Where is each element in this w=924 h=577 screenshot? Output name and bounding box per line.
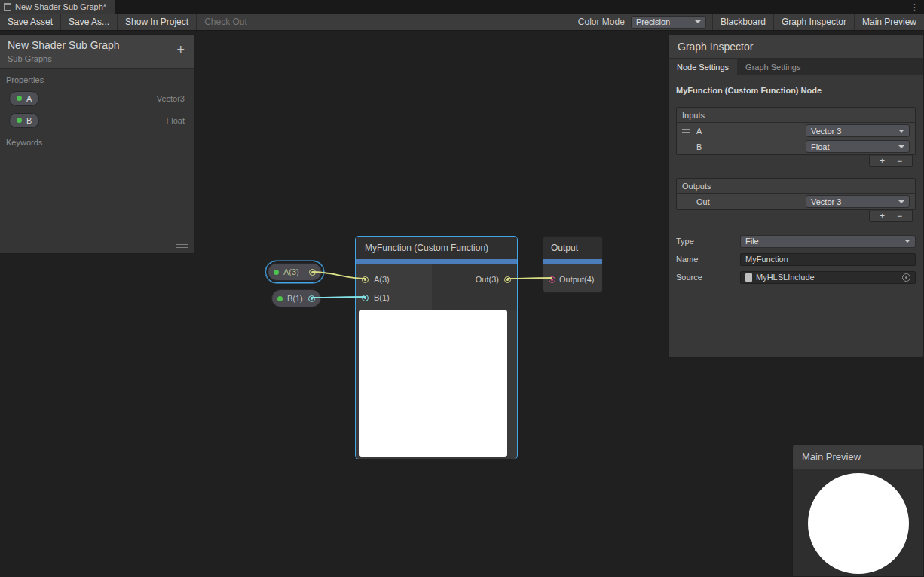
input-name: B (696, 142, 702, 151)
output-node[interactable]: Output Output(4) (543, 236, 603, 293)
property-node-a-pill[interactable]: A(3) (268, 263, 322, 281)
add-output-button[interactable]: + (880, 211, 885, 221)
output-type-dropdown[interactable]: Vector 3 (806, 195, 910, 208)
output-ports-column: Out(3) (432, 264, 517, 310)
output-type-value: Vector 3 (811, 197, 841, 206)
output-node-port-row: Output(4) (543, 270, 602, 288)
graph-tab[interactable]: New Shader Sub Graph* (0, 0, 115, 14)
input-a-type-value: Vector 3 (811, 127, 841, 136)
save-asset-button[interactable]: Save Asset (0, 14, 61, 30)
property-color-dot-icon (277, 296, 283, 301)
port-dot-icon (364, 297, 366, 299)
blackboard-toggle-button[interactable]: Blackboard (712, 14, 773, 30)
property-node-b[interactable]: B(1) (269, 287, 323, 310)
type-field-row: Type File (676, 234, 916, 248)
myfunction-node-ports: A(3) B(1) Out(3) (356, 264, 517, 310)
inputs-list: Inputs A Vector 3 B Float (676, 107, 916, 167)
remove-output-button[interactable]: − (897, 211, 902, 221)
precision-dropdown[interactable]: Precision (631, 16, 706, 29)
input-port-row-a: A(3) (356, 270, 432, 288)
port-dot-icon (311, 298, 313, 300)
tab-node-settings[interactable]: Node Settings (669, 59, 737, 75)
property-type-label: Float (167, 116, 185, 125)
graph-tab-label: New Shader Sub Graph* (15, 2, 106, 11)
output-node-input-port[interactable] (549, 276, 555, 283)
blackboard-title: New Shader Sub Graph (8, 39, 186, 51)
name-field-row: Name MyFunction (676, 252, 916, 266)
input-port-b[interactable] (362, 295, 369, 301)
type-dropdown[interactable]: File (740, 235, 916, 248)
input-b-type-value: Float (811, 142, 829, 151)
main-preview-body[interactable] (793, 469, 923, 577)
dropdown-arrow-icon (695, 20, 701, 23)
type-label: Type (676, 237, 740, 246)
graph-inspector-tabs: Node Settings Graph Settings (669, 59, 923, 75)
blackboard-resize-handle-icon[interactable] (176, 244, 188, 248)
drag-handle-icon[interactable] (682, 129, 690, 133)
output-node-title: Output (543, 237, 602, 259)
outputs-row-out: Out Vector 3 (677, 194, 915, 209)
hlsl-file-icon (745, 273, 752, 282)
node-accent-strip (543, 259, 602, 264)
property-color-dot-icon (17, 118, 22, 123)
source-field-row: Source MyHLSLInclude (676, 270, 916, 284)
drag-handle-icon[interactable] (682, 200, 690, 203)
precision-value: Precision (636, 17, 670, 26)
input-port-row-b: B(1) (356, 288, 432, 307)
add-input-button[interactable]: + (880, 156, 885, 166)
main-preview-title: Main Preview (793, 445, 923, 469)
add-property-button[interactable]: + (176, 43, 185, 56)
object-picker-icon[interactable] (902, 273, 910, 282)
property-pill-a[interactable]: A (9, 91, 39, 106)
input-b-type-dropdown[interactable]: Float (806, 140, 910, 153)
port-dot-icon (506, 279, 509, 281)
name-value: MyFunction (745, 255, 788, 264)
property-node-a-label: A(3) (283, 267, 299, 276)
color-mode-label: Color Mode (572, 14, 631, 30)
main-preview-panel: Main Preview (792, 444, 924, 577)
node-settings-heading: MyFunction (Custom Function) Node (669, 75, 923, 96)
graph-toolbar: Save Asset Save As... Show In Project Ch… (0, 14, 924, 31)
property-node-a[interactable]: A(3) (265, 261, 324, 283)
name-input[interactable]: MyFunction (740, 253, 916, 266)
myfunction-node[interactable]: MyFunction (Custom Function) A(3) B(1) O… (355, 236, 518, 459)
property-node-b-label: B(1) (287, 294, 303, 303)
property-node-b-pill[interactable]: B(1) (271, 289, 321, 307)
show-in-project-button[interactable]: Show In Project (118, 14, 197, 30)
graph-inspector-toggle-button[interactable]: Graph Inspector (773, 14, 854, 30)
remove-input-button[interactable]: − (897, 156, 902, 166)
property-pill-b[interactable]: B (9, 113, 39, 128)
port-dot-icon (364, 279, 366, 281)
graph-window-icon (4, 3, 11, 11)
graph-inspector-panel: Graph Inspector Node Settings Graph Sett… (668, 34, 924, 358)
custom-function-fields: Type File Name MyFunction Source (669, 234, 923, 284)
input-a-type-dropdown[interactable]: Vector 3 (806, 124, 910, 137)
property-b-output-port[interactable] (308, 295, 315, 302)
property-type-label: Vector3 (157, 94, 185, 103)
dropdown-arrow-icon (904, 240, 910, 243)
output-port-out[interactable] (504, 276, 511, 283)
check-out-button[interactable]: Check Out (197, 14, 255, 30)
type-value: File (745, 237, 759, 246)
inputs-row-a: A Vector 3 (677, 123, 915, 139)
property-a-output-port[interactable] (309, 269, 316, 276)
main-preview-toggle-button[interactable]: Main Preview (854, 14, 924, 30)
property-color-dot-icon (17, 96, 22, 101)
save-as-button[interactable]: Save As... (61, 14, 118, 30)
blackboard-header: New Shader Sub Graph Sub Graphs + (0, 35, 194, 69)
input-port-a-label: A(3) (374, 275, 390, 284)
preview-sphere (808, 473, 909, 574)
blackboard-property-row: B Float (0, 109, 194, 131)
source-object-field[interactable]: MyHLSLInclude (740, 271, 916, 284)
drag-handle-icon[interactable] (682, 145, 690, 148)
dropdown-arrow-icon (898, 200, 904, 203)
window-menu-icon[interactable]: ⋮ (905, 0, 924, 14)
inputs-list-header: Inputs (677, 108, 915, 123)
tab-graph-settings[interactable]: Graph Settings (737, 59, 809, 75)
properties-section-label: Properties (0, 69, 194, 87)
input-port-a[interactable] (362, 276, 369, 283)
node-preview-surface (359, 310, 507, 457)
graph-inspector-title: Graph Inspector (669, 35, 923, 59)
output-port-label: Out(3) (476, 275, 499, 284)
input-port-b-label: B(1) (374, 293, 390, 302)
